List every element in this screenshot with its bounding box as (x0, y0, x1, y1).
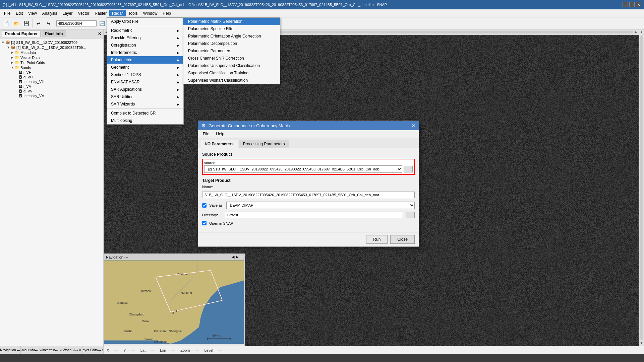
menu-edit[interactable]: Edit (13, 10, 25, 16)
world-view-close-icon[interactable]: ✕ (79, 349, 81, 352)
geometric-label: Geometric (111, 65, 129, 70)
tab-product-explorer[interactable]: Product Explorer (2, 30, 41, 37)
tree-product-1[interactable]: ▼ 📦 [1] S1B_IW_SLC__1SDV_20190822T09... (1, 40, 102, 45)
tree-metadata[interactable]: ▶ 📁 Metadata (1, 50, 102, 55)
dd-complex-detected[interactable]: Complex to Detected GR (107, 110, 183, 117)
menu-radar[interactable]: Radar (109, 10, 126, 16)
menu-file[interactable]: File (1, 10, 13, 16)
layer-editor-close-icon[interactable]: ✕ (102, 349, 103, 352)
sub-pol-matrix-gen[interactable]: Polarimetric Matrix Generation (183, 18, 280, 25)
nav-tab[interactable]: Navigation --- (0, 346, 21, 354)
new-button[interactable]: 📄 (1, 19, 11, 28)
dd-multilooking[interactable]: Multilooking (107, 117, 183, 124)
redo-button[interactable]: ↪ (44, 19, 53, 28)
dd-envisat-asar[interactable]: ENVISAT ASAR ▶ (107, 78, 183, 86)
dd-sentinel1-tops[interactable]: Sentinel-1 TOPS ▶ (107, 71, 183, 78)
maximize-button[interactable]: □ (629, 2, 635, 7)
tree-band-qvv[interactable]: 🖼 q_VV (1, 89, 102, 93)
refresh-button[interactable]: 🔄 (97, 19, 107, 28)
dd-sar-applications[interactable]: SAR Applications ▶ (107, 86, 183, 93)
dd-coregistration[interactable]: Coregistration ▶ (107, 42, 183, 49)
sub-pol-parameters[interactable]: Polarimetric Parameters (183, 47, 280, 55)
menu-tools[interactable]: Tools (126, 10, 140, 16)
source-dropdown[interactable]: [2] S1B_IW_SLC__1SDV_20190822T095426_201… (204, 165, 402, 173)
menu-help[interactable]: Help (160, 10, 174, 16)
menu-analysis[interactable]: Analysis (40, 10, 60, 16)
tree-band-ivh[interactable]: 🖼 i_VH (1, 70, 102, 75)
close-button[interactable]: ✕ (636, 2, 641, 7)
directory-input[interactable] (225, 212, 403, 218)
dd-sar-wizards[interactable]: SAR Wizards ▶ (107, 100, 183, 108)
sub-supervised-training[interactable]: Supervised Classification Training (183, 69, 280, 77)
sub-pol-speckle[interactable]: Polarimetric Speckle Filter (183, 25, 280, 32)
tree-band-qvh[interactable]: 🖼 q_VH (1, 75, 102, 79)
source-browse-button[interactable]: ... (404, 166, 413, 172)
sub-pol-unsupervised[interactable]: Polarimetric Unsupervised Classification (183, 62, 280, 69)
open-snap-checkbox[interactable] (202, 221, 207, 225)
dialog-tab-processing[interactable]: Processing Parameters (239, 140, 289, 148)
sub-wishart[interactable]: Supervised Wishart Classification (183, 77, 280, 84)
band-intensity-vh-label: Intensity_VH (23, 80, 44, 84)
run-button[interactable]: Run (366, 235, 388, 244)
dd-apply-orbit[interactable]: Apply Orbit File (107, 18, 183, 25)
dialog-menu-file[interactable]: File (200, 131, 212, 137)
sub-cross-channel[interactable]: Cross Channel SNR Correction (183, 55, 280, 62)
dd-polarimetric[interactable]: Polarimetric ▶ (107, 56, 183, 64)
menu-view[interactable]: View (25, 10, 40, 16)
panel-header: Product Explorer Pixel Info ✕ (0, 29, 103, 39)
dd-interferometric[interactable]: Interferometric ▶ (107, 49, 183, 56)
dd-geometric[interactable]: Geometric ▶ (107, 64, 183, 71)
scroll-down-icon[interactable]: ▼ (640, 341, 643, 345)
nav-maximize-icon[interactable]: □ (240, 255, 242, 259)
menu-vector[interactable]: Vector (75, 10, 92, 16)
name-input[interactable] (202, 192, 415, 198)
save-as-checkbox[interactable] (202, 203, 207, 208)
nav-arrow-right-icon[interactable]: ▶ (236, 255, 238, 259)
uncertainty-close-icon[interactable]: ✕ (59, 349, 62, 352)
folder-icon: 📁 (15, 60, 19, 65)
tree-product-2[interactable]: ▼ 📦 [2] S1B_IW_SLC__1SDV_20190822T09... (1, 45, 102, 50)
panel-close-icon[interactable]: ✕ (98, 31, 101, 36)
folder-icon: 📁 (15, 55, 19, 60)
menu-window[interactable]: Window (140, 10, 160, 16)
world-view-tab[interactable]: World V--- ✕ (62, 346, 83, 354)
menu-layer[interactable]: Layer (60, 10, 75, 16)
dialog-tab-io[interactable]: I/O Parameters (201, 140, 238, 148)
nav-map[interactable]: Dongtai Taizhou Nantong Jiangsu Changzho… (104, 260, 244, 344)
navigation-panel: Navigation --- ◀ ▶ □ (104, 254, 245, 354)
nav-arrow-left-icon[interactable]: ◀ (232, 255, 234, 259)
close-dialog-button[interactable]: Close (390, 235, 415, 244)
menu-raster[interactable]: Raster (92, 10, 109, 16)
layer-editor-tab[interactable]: Layer Edito--- ✕ (82, 346, 103, 354)
uncertainty-tab[interactable]: Uncertain--- ✕ (41, 346, 62, 354)
tab-pixel-info[interactable]: Pixel Info (42, 30, 66, 37)
sub-pol-orientation[interactable]: Polarimetric Orientation Angle Correctio… (183, 32, 280, 40)
v-scrollbar-track[interactable] (640, 35, 643, 340)
save-format-dropdown[interactable]: BEAM-DIMAP (226, 202, 415, 209)
save-button[interactable]: 💾 (21, 19, 31, 28)
directory-label: Directory: (202, 213, 222, 217)
directory-browse-button[interactable]: ... (406, 212, 415, 218)
tree-tie-point-grids[interactable]: ▶ 📁 Tie-Point Grids (1, 60, 102, 65)
open-button[interactable]: 📂 (11, 19, 21, 28)
scroll-up-icon[interactable]: ▲ (640, 30, 643, 34)
dialog-menu-help[interactable]: Help (213, 131, 227, 137)
dd-speckle-filtering[interactable]: Speckle Filtering ▶ (107, 34, 183, 42)
tree-band-ivv[interactable]: 🖼 i_VV (1, 84, 102, 89)
dialog-close-button[interactable]: ✕ (411, 123, 415, 128)
minimize-button[interactable]: — (623, 2, 628, 7)
tree-band-intensity-vv[interactable]: 🖼 Intensity_VV (1, 93, 102, 98)
tree-band-intensity-vh[interactable]: 🖼 Intensity_VH (1, 79, 102, 84)
envisat-asar-label: ENVISAT ASAR (111, 80, 140, 84)
folder-icon: 📁 (15, 65, 19, 70)
colour-map-tab[interactable]: Colour Ma--- ✕ (21, 346, 42, 354)
sub-pol-decomposition[interactable]: Polarimetric Decomposition (183, 40, 280, 47)
complex-detected-label: Complex to Detected GR (111, 111, 156, 116)
undo-button[interactable]: ↩ (34, 19, 43, 28)
dd-sar-utilities[interactable]: SAR Utilities ▶ (107, 93, 183, 100)
left-panel: Product Explorer Pixel Info ✕ ▼ 📦 [1] S1… (0, 29, 104, 354)
tree-bands[interactable]: ▼ 📁 Bands (1, 65, 102, 70)
dd-radiometric[interactable]: Radiometric ▶ (107, 27, 183, 34)
tree-vector-data[interactable]: ▶ 📁 Vector Data (1, 55, 102, 60)
scroll-right-icon[interactable]: ▶ (635, 30, 637, 34)
